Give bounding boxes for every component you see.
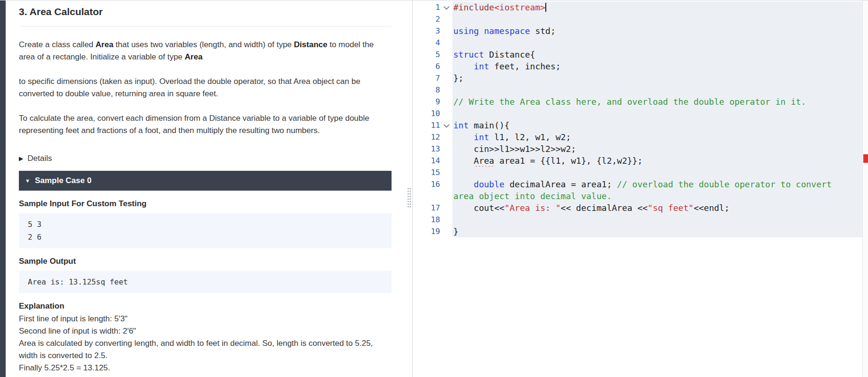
explanation-line: Area is calculated by converting length,… [19, 337, 387, 362]
explanation-line: Finally 5.25*2.5 = 13.125. [19, 362, 387, 374]
line-number: 15 [413, 167, 440, 178]
pane-divider[interactable] [412, 0, 413, 377]
code-line-text[interactable]: }; [452, 72, 862, 84]
expanded-triangle-icon: ▼ [25, 178, 30, 184]
gutter-fold-cell [440, 119, 452, 131]
line-number: 1 [413, 1, 440, 13]
code-line-text[interactable]: int l1, l2, w1, w2; [452, 131, 862, 143]
editor-line: 13 cin>>l1>>w1>>l2>>w2; [413, 143, 862, 155]
details-label: Details [27, 154, 52, 163]
gutter-fold-cell [440, 96, 452, 108]
error-marker-icon [863, 154, 868, 163]
code-line-text[interactable]: cout<<"Area is: "<< decimalArea <<"sq fe… [452, 202, 862, 214]
editor-line: 9// Write the Area class here, and overl… [413, 96, 862, 108]
code-line-text[interactable]: cin>>l1>>w1>>l2>>w2; [452, 143, 862, 155]
editor-line: 14 Area area1 = {{l1, w1}, {l2,w2}}; [413, 155, 862, 167]
drag-handle-icon[interactable] [407, 187, 411, 208]
gutter-fold-cell [440, 13, 452, 25]
fold-icon[interactable] [443, 122, 450, 128]
code-line-text[interactable] [452, 37, 862, 49]
code-line-text[interactable]: using namespace std; [452, 25, 862, 37]
gutter-fold-cell [440, 178, 452, 202]
editor-line: 10 [413, 108, 862, 119]
line-number: 18 [413, 214, 440, 226]
code-line-text[interactable] [452, 214, 862, 226]
line-number: 13 [413, 143, 440, 155]
line-number: 6 [413, 60, 440, 72]
code-line-text[interactable]: // Write the Area class here, and overlo… [452, 96, 862, 108]
line-number: 17 [413, 202, 440, 214]
collapsed-triangle-icon: ▶ [19, 155, 23, 162]
description-paragraph: Create a class called Area that uses two… [19, 39, 387, 63]
explanation-label: Explanation [19, 302, 392, 311]
gutter-fold-cell [440, 167, 452, 178]
line-number: 2 [413, 13, 440, 25]
line-number: 4 [413, 37, 440, 49]
title-divider [19, 26, 392, 26]
gutter-fold-cell [440, 25, 452, 37]
code-line-text[interactable]: } [452, 226, 862, 237]
editor-line: 15 [413, 167, 862, 178]
code-line-text[interactable] [452, 84, 862, 96]
problem-description: Create a class called Area that uses two… [19, 39, 392, 137]
editor-line: 7}; [413, 72, 862, 84]
line-number: 5 [413, 49, 440, 60]
gutter-fold-cell [440, 131, 452, 143]
explanation-line: Second line of input is width: 2'6" [19, 325, 387, 337]
line-number: 8 [413, 84, 440, 96]
editor-line: 19} [413, 226, 862, 237]
line-number: 11 [413, 119, 440, 131]
sample-output-block: Area is: 13.125sq feet [19, 271, 392, 293]
editor-line: 2 [413, 13, 862, 25]
app-root: 3. Area Calculator Create a class called… [0, 0, 868, 377]
line-number: 9 [413, 96, 440, 108]
collapsed-sidebar-edge[interactable] [0, 0, 6, 377]
editor-line: 4 [413, 37, 862, 49]
details-toggle[interactable]: ▶ Details [19, 154, 75, 163]
description-paragraph: To calculate the area, convert each dime… [19, 112, 387, 137]
line-number: 3 [413, 25, 440, 37]
editor-line: 8 [413, 84, 862, 96]
editor-line: 12 int l1, l2, w1, w2; [413, 131, 862, 143]
editor-line: 1#include<iostream> [413, 1, 862, 13]
fold-icon[interactable] [443, 4, 450, 10]
code-line-text[interactable] [452, 13, 862, 25]
gutter-fold-cell [440, 72, 452, 84]
gutter-fold-cell [440, 155, 452, 167]
code-line-text[interactable] [452, 167, 862, 178]
line-number: 16 [413, 178, 440, 202]
code-line-text[interactable] [452, 108, 862, 119]
editor-line: 18 [413, 214, 862, 226]
line-number: 19 [413, 226, 440, 237]
gutter-fold-cell [440, 49, 452, 60]
explanation-text: First line of input is length: 5'3"Secon… [19, 313, 387, 374]
sample-case-body: Sample Input For Custom Testing 5 3 2 6 … [19, 199, 392, 374]
code-line-text[interactable]: int main(){ [452, 119, 862, 131]
gutter-fold-cell [440, 37, 452, 49]
editor-line: 11int main(){ [413, 119, 862, 131]
code-line-text[interactable]: int feet, inches; [452, 60, 862, 72]
line-number: 14 [413, 155, 440, 167]
code-line-text[interactable]: #include<iostream> [452, 1, 862, 13]
code-editor[interactable]: 1#include<iostream>23using namespace std… [413, 0, 862, 377]
problem-pane: 3. Area Calculator Create a class called… [6, 0, 412, 377]
gutter-fold-cell [440, 108, 452, 119]
sample-case-header[interactable]: ▼ Sample Case 0 [19, 171, 392, 191]
gutter-fold-cell [440, 1, 452, 13]
code-line-text[interactable]: double decimalArea = area1; // overload … [452, 178, 862, 202]
gutter-fold-cell [440, 202, 452, 214]
code-line-text[interactable]: Area area1 = {{l1, w1}, {l2,w2}}; [452, 155, 862, 167]
editor-line: 6 int feet, inches; [413, 60, 862, 72]
line-number: 10 [413, 108, 440, 119]
sample-input-block: 5 3 2 6 [19, 213, 392, 248]
editor-line: 3using namespace std; [413, 25, 862, 37]
sample-case-title: Sample Case 0 [35, 176, 92, 185]
sample-output-label: Sample Output [19, 257, 392, 266]
gutter-fold-cell [440, 84, 452, 96]
code-line-text[interactable]: struct Distance{ [452, 49, 862, 60]
gutter-fold-cell [440, 214, 452, 226]
editor-line: 16 double decimalArea = area1; // overlo… [413, 178, 862, 202]
text-cursor [545, 3, 546, 12]
editor-scrollbar[interactable] [862, 0, 868, 377]
gutter-fold-cell [440, 60, 452, 72]
